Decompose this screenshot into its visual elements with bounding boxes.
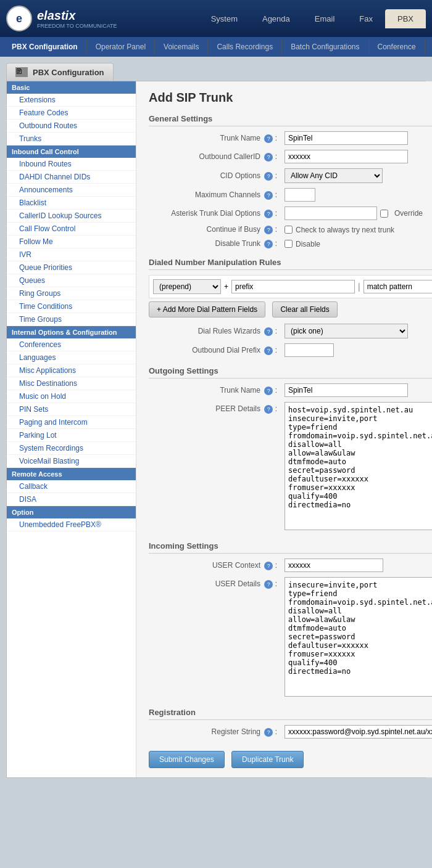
disable-trunk-row: Disable Trunk ? : Disable [149,239,432,248]
dial-rules-select[interactable]: (pick one) [285,324,408,338]
register-string-info-icon[interactable]: ? [264,728,273,737]
sidebar-item-ivr[interactable]: IVR [7,248,136,261]
content-area: Add SIP Trunk General Settings Trunk Nam… [136,81,432,777]
sidebar-item-queue-priorities[interactable]: Queue Priorities [7,261,136,274]
sec-tab-voicemails[interactable]: Voicemails [155,39,208,54]
duplicate-trunk-button[interactable]: Duplicate Trunk [231,751,304,768]
logo-text: elastix [37,9,75,22]
sidebar-item-ring-groups[interactable]: Ring Groups [7,287,136,300]
sidebar-item-callerid-lookup[interactable]: CallerID Lookup Sources [7,210,136,223]
sidebar-item-parking-lot[interactable]: Parking Lot [7,429,136,442]
override-checkbox[interactable] [380,210,388,218]
sec-tab-operator[interactable]: Operator Panel [87,39,155,54]
sidebar-item-inbound-routes[interactable]: Inbound Routes [7,158,136,171]
sidebar-item-music-on-hold[interactable]: Music on Hold [7,390,136,403]
panel-title: PBX Configuration [33,68,104,77]
sidebar-item-announcements[interactable]: Announcements [7,184,136,197]
sidebar-item-freepbx[interactable]: Unembedded FreePBX® [7,518,136,531]
sidebar-section-internal: Internal Options & Configuration [7,326,136,338]
continue-busy-check-label: Check to always try next trunk [296,226,394,234]
sidebar-item-follow-me[interactable]: Follow Me [7,235,136,248]
user-context-info-icon[interactable]: ? [264,562,273,570]
sidebar-item-misc-destinations[interactable]: Misc Destinations [7,377,136,390]
sidebar-item-paging-intercom[interactable]: Paging and Intercom [7,416,136,429]
peer-details-info-icon[interactable]: ? [264,405,273,414]
sidebar-item-dahdi[interactable]: DAHDI Channel DIDs [7,171,136,184]
cid-options-select[interactable]: Allow Any CID Block CID Override Extensi… [285,168,383,183]
prepend-select[interactable]: (prepend) [153,279,221,294]
trunk-name-info-icon[interactable]: ? [264,134,273,143]
sidebar-item-voicemail-blasting[interactable]: VoiceMail Blasting [7,455,136,468]
sidebar-item-misc-applications[interactable]: Misc Applications [7,364,136,377]
dial-manipulation-title: Dialed Number Manipulation Rules [149,258,432,270]
outgoing-trunk-info-icon[interactable]: ? [264,387,273,395]
logo-icon: e [6,6,32,31]
prefix-input[interactable] [231,280,355,293]
cid-options-info-icon[interactable]: ? [264,172,273,181]
sidebar-item-outbound-routes[interactable]: Outbound Routes [7,120,136,133]
outgoing-settings-title: Outgoing Settings [149,366,432,379]
sidebar-item-callback[interactable]: Callback [7,480,136,493]
asterisk-dial-info-icon[interactable]: ? [264,210,273,218]
sidebar-item-feature-codes[interactable]: Feature Codes [7,107,136,120]
outgoing-trunk-name-input[interactable] [285,383,408,397]
trunk-name-input[interactable] [285,131,408,145]
general-settings-title: General Settings [149,114,432,126]
sidebar-item-time-conditions[interactable]: Time Conditions [7,300,136,313]
override-label: Override [394,209,423,218]
sidebar-item-queues[interactable]: Queues [7,274,136,287]
logo-area: e elastix FREEDOM TO COMMUNICATE [6,6,117,31]
outbound-callerid-info-icon[interactable]: ? [264,153,273,162]
trunk-name-row: Trunk Name ? : [149,131,432,145]
outbound-dial-prefix-info-icon[interactable]: ? [264,346,273,355]
register-string-label: Register String [212,727,260,736]
continue-busy-checkbox[interactable] [285,226,293,234]
asterisk-dial-input[interactable] [285,207,377,220]
sidebar-section-remote: Remote Access [7,468,136,480]
sidebar-item-call-flow[interactable]: Call Flow Control [7,223,136,235]
outbound-callerid-input[interactable] [285,150,408,163]
submit-changes-button[interactable]: Submit Changes [149,751,225,768]
sidebar-item-conferences[interactable]: Conferences [7,338,136,351]
cid-options-row: CID Options ? : Allow Any CID Block CID … [149,168,432,183]
continue-busy-info-icon[interactable]: ? [264,226,273,234]
sidebar-item-languages[interactable]: Languages [7,351,136,364]
add-more-dial-button[interactable]: + Add More Dial Pattern Fields [149,301,265,317]
tab-pbx[interactable]: PBX [385,9,426,28]
user-details-textarea[interactable]: insecure=invite,port type=friend fromdom… [285,577,432,697]
main-tabs: System Agenda Email Fax PBX [199,9,426,28]
disable-trunk-checkbox[interactable] [285,240,293,248]
sidebar-item-disa[interactable]: DISA [7,493,136,506]
sidebar-section-inbound: Inbound Call Control [7,145,136,158]
outbound-dial-prefix-input[interactable] [285,343,334,357]
max-channels-input[interactable] [285,188,315,202]
user-context-input[interactable] [285,559,383,572]
sec-tab-calls-recordings[interactable]: Calls Recordings [208,39,282,54]
sidebar-item-extensions[interactable]: Extensions [7,94,136,107]
clear-all-fields-button[interactable]: Clear all Fields [272,301,337,317]
sec-tab-batch-config[interactable]: Batch Configurations [282,39,368,54]
max-channels-info-icon[interactable]: ? [264,191,273,200]
disable-trunk-info-icon[interactable]: ? [264,240,273,248]
sidebar-item-system-recordings[interactable]: System Recordings [7,442,136,455]
sidebar-item-time-groups[interactable]: Time Groups [7,313,136,326]
peer-details-textarea[interactable]: host=voip.syd.spintel.net.au insecure=in… [285,402,432,530]
user-details-label: USER Details [215,579,260,588]
match-pattern-input[interactable] [363,280,432,293]
peer-details-row: PEER Details ? : host=voip.syd.spintel.n… [149,402,432,532]
tab-fax[interactable]: Fax [347,9,385,28]
sidebar-item-blacklist[interactable]: Blacklist [7,197,136,210]
tab-agenda[interactable]: Agenda [250,9,302,28]
dial-rules-info-icon[interactable]: ? [264,327,273,336]
sidebar-item-trunks[interactable]: Trunks [7,133,136,145]
tab-system[interactable]: System [199,9,250,28]
sidebar-section-option: Option [7,506,136,518]
tab-email[interactable]: Email [302,9,347,28]
sidebar-section-basic: Basic [7,81,136,94]
register-string-input[interactable] [285,725,432,739]
sec-tab-conference[interactable]: Conference [369,39,425,54]
sec-tab-pbx-config[interactable]: PBX Configuration [3,39,87,54]
sidebar-item-pin-sets[interactable]: PIN Sets [7,403,136,416]
user-details-info-icon[interactable]: ? [264,580,273,589]
dial-rules-row: Dial Rules Wizards ? : (pick one) [149,324,432,338]
